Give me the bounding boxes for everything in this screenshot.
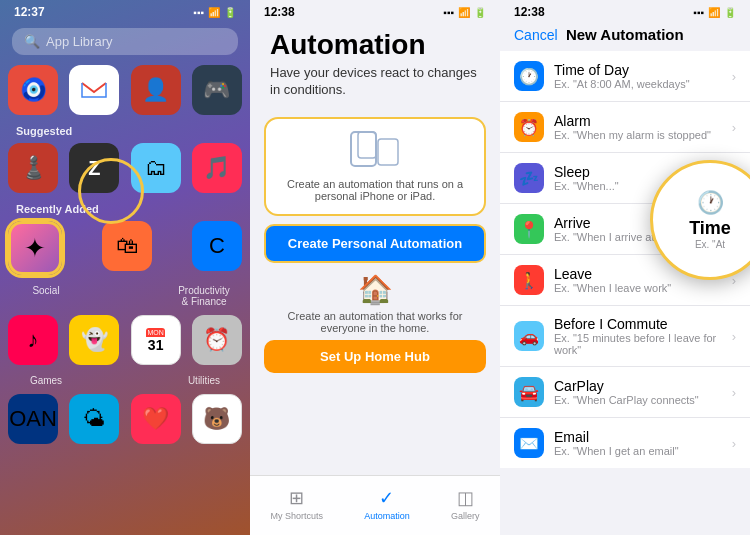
cancel-button[interactable]: Cancel: [514, 27, 558, 43]
time-of-day-content: Time of Day Ex. "At 8:00 AM, weekdays": [554, 62, 732, 90]
wifi-icon: 📶: [208, 7, 220, 18]
list-item-leave[interactable]: 🚶 Leave Ex. "When I leave work" ›: [500, 255, 750, 306]
nav-bar: Cancel New Automation: [500, 22, 750, 51]
app-icon-4[interactable]: 🎮: [192, 65, 242, 115]
commute-icon: 🚗: [514, 321, 544, 351]
leave-content: Leave Ex. "When I leave work": [554, 266, 732, 294]
battery-icon-3: 🔋: [724, 7, 736, 18]
list-item-alarm[interactable]: ⏰ Alarm Ex. "When my alarm is stopped" ›: [500, 102, 750, 153]
search-placeholder: App Library: [46, 34, 112, 49]
tab-automation[interactable]: ✓ Automation: [364, 487, 410, 521]
chevron-icon-1: ›: [732, 120, 736, 135]
carplay-icon: 🚘: [514, 377, 544, 407]
app-row-3: ✦ 🛍 C: [8, 221, 242, 275]
carplay-content: CarPlay Ex. "When CarPlay connects": [554, 378, 732, 406]
search-bar[interactable]: 🔍 App Library: [12, 28, 238, 55]
sleep-content: Sleep Ex. "When...": [554, 164, 732, 192]
time-of-day-subtitle: Ex. "At 8:00 AM, weekdays": [554, 78, 732, 90]
app-snapchat[interactable]: 👻: [69, 315, 119, 365]
time-of-day-title: Time of Day: [554, 62, 732, 78]
alarm-icon: ⏰: [514, 112, 544, 142]
svg-rect-2: [358, 132, 376, 158]
panel-app-library: 12:37 ▪▪▪ 📶 🔋 🔍 App Library 🧿 👤 🎮 Sugges…: [0, 0, 250, 535]
leave-icon: 🚶: [514, 265, 544, 295]
sleep-icon: 💤: [514, 163, 544, 193]
arrive-icon: 📍: [514, 214, 544, 244]
app-etsy[interactable]: 🛍: [102, 221, 152, 271]
signal-icon: ▪▪▪: [193, 7, 204, 18]
commute-title: Before I Commute: [554, 316, 732, 332]
sleep-subtitle: Ex. "When...": [554, 180, 732, 192]
arrive-title: Arrive: [554, 215, 732, 231]
app-tiktok[interactable]: ♪: [8, 315, 58, 365]
chevron-icon-4: ›: [732, 273, 736, 288]
status-time-1: 12:37: [14, 5, 45, 19]
app-icon-1[interactable]: 🧿: [8, 65, 58, 115]
tab-my-shortcuts[interactable]: ⊞ My Shortcuts: [271, 487, 324, 521]
app-oan[interactable]: OAN: [8, 394, 58, 444]
app-icon-5[interactable]: ♟️: [8, 143, 58, 193]
app-icon-gmail[interactable]: [69, 65, 119, 115]
status-bar-2: 12:38 ▪▪▪ 📶 🔋: [250, 0, 500, 22]
app-row-5: OAN 🌤 ❤️ 🐻: [8, 394, 242, 444]
carplay-title: CarPlay: [554, 378, 732, 394]
app-heart[interactable]: ❤️: [131, 394, 181, 444]
list-item-sleep[interactable]: 💤 Sleep Ex. "When..." ›: [500, 153, 750, 204]
time-of-day-icon: 🕐: [514, 61, 544, 91]
list-item-arrive[interactable]: 📍 Arrive Ex. "When I arrive at the gym" …: [500, 204, 750, 255]
app-bear[interactable]: 🐻: [192, 394, 242, 444]
alarm-title: Alarm: [554, 113, 732, 129]
email-title: Email: [554, 429, 732, 445]
app-icon-7[interactable]: 🗂: [131, 143, 181, 193]
list-item-email[interactable]: ✉️ Email Ex. "When I get an email" ›: [500, 418, 750, 468]
app-9[interactable]: C: [192, 221, 242, 271]
status-icons-3: ▪▪▪ 📶 🔋: [693, 7, 736, 18]
status-time-3: 12:38: [514, 5, 545, 19]
signal-icon-3: ▪▪▪: [693, 7, 704, 18]
automation-type-list: 🕐 Time of Day Ex. "At 8:00 AM, weekdays"…: [500, 51, 750, 468]
app-shortcuts[interactable]: ✦: [8, 221, 62, 275]
chevron-icon-3: ›: [732, 222, 736, 237]
create-personal-automation-button[interactable]: Create Personal Automation: [264, 224, 486, 263]
tab-label-automation: Automation: [364, 511, 410, 521]
app-row-4: ♪ 👻 MON31 ⏰: [8, 315, 242, 365]
section-suggested: Suggested: [8, 123, 242, 139]
email-icon: ✉️: [514, 428, 544, 458]
status-bar-3: 12:38 ▪▪▪ 📶 🔋: [500, 0, 750, 22]
app-icon-zillow[interactable]: Z: [69, 143, 119, 193]
app-10[interactable]: ⏰: [192, 315, 242, 365]
app-weather[interactable]: 🌤: [69, 394, 119, 444]
personal-card-text: Create an automation that runs on a pers…: [278, 178, 472, 202]
chevron-icon-2: ›: [732, 171, 736, 186]
list-item-time-of-day[interactable]: 🕐 Time of Day Ex. "At 8:00 AM, weekdays"…: [500, 51, 750, 102]
label-productivity: Productivity & Finance: [174, 285, 234, 307]
chevron-icon-6: ›: [732, 385, 736, 400]
automation-header: Automation Have your devices react to ch…: [250, 22, 500, 109]
app-icon-8[interactable]: 🎵: [192, 143, 242, 193]
alarm-subtitle: Ex. "When my alarm is stopped": [554, 129, 732, 141]
app-calendar[interactable]: MON31: [131, 315, 181, 365]
app-grid: 🧿 👤 🎮 Suggested ♟️ Z 🗂 🎵 Recently Added …: [0, 61, 250, 456]
automation-subtitle: Have your devices react to changes in co…: [270, 65, 480, 99]
home-hub-button[interactable]: Set Up Home Hub: [264, 340, 486, 373]
app-icon-3[interactable]: 👤: [131, 65, 181, 115]
tab-label-gallery: Gallery: [451, 511, 480, 521]
carplay-subtitle: Ex. "When CarPlay connects": [554, 394, 732, 406]
chevron-icon-0: ›: [732, 69, 736, 84]
wifi-icon-3: 📶: [708, 7, 720, 18]
list-item-commute[interactable]: 🚗 Before I Commute Ex. "15 minutes befor…: [500, 306, 750, 367]
tab-gallery[interactable]: ◫ Gallery: [451, 487, 480, 521]
tab-bar: ⊞ My Shortcuts ✓ Automation ◫ Gallery: [250, 475, 500, 535]
app-row-2: ♟️ Z 🗂 🎵: [8, 143, 242, 193]
list-item-carplay[interactable]: 🚘 CarPlay Ex. "When CarPlay connects" ›: [500, 367, 750, 418]
bottom-labels-1: Social Productivity & Finance: [8, 283, 242, 309]
status-bar-1: 12:37 ▪▪▪ 📶 🔋: [0, 0, 250, 22]
label-games: Games: [16, 375, 76, 386]
svg-rect-1: [351, 132, 376, 166]
chevron-icon-7: ›: [732, 436, 736, 451]
sleep-title: Sleep: [554, 164, 732, 180]
home-hub-section: 🏠 Create an automation that works for ev…: [264, 273, 486, 373]
nav-title: New Automation: [566, 26, 684, 43]
email-subtitle: Ex. "When I get an email": [554, 445, 732, 457]
leave-title: Leave: [554, 266, 732, 282]
